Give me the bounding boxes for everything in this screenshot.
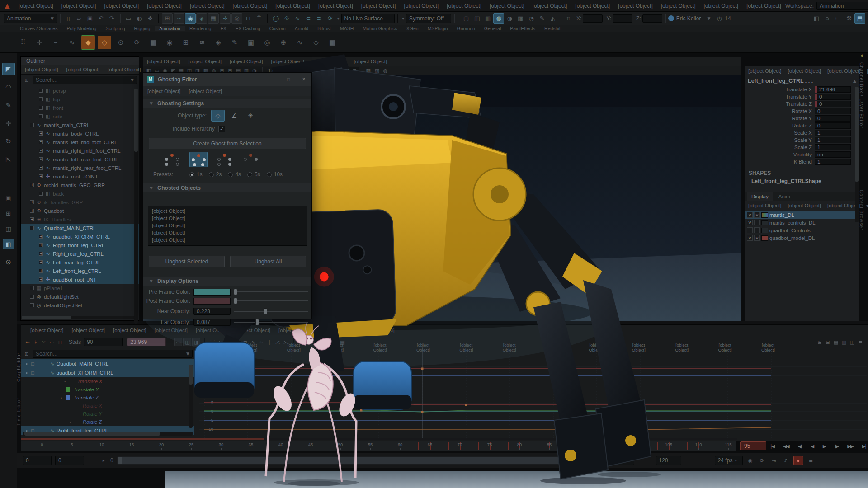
outliner-tree-row[interactable]: + ∿ quadbot_XFORM_CTRL <box>21 232 139 241</box>
shelf-ghost-icon[interactable]: ◇ <box>309 36 323 49</box>
outliner-menu-item[interactable]: [object Object] <box>21 67 62 72</box>
display-layer-row[interactable]: V mantis_controls_DL <box>745 219 859 226</box>
zoom-tool-icon[interactable]: ⊙ <box>3 256 14 268</box>
snap-point-icon[interactable]: ◉ <box>185 13 196 24</box>
texture-view-icon[interactable]: ▩ <box>515 13 526 24</box>
layout-four-pane-icon[interactable]: ⊞ <box>3 208 14 218</box>
tool-settings-icon[interactable]: ⚒ <box>844 13 854 24</box>
expand-toggle-icon[interactable]: + <box>39 131 43 136</box>
range-slider-bar[interactable]: 120 <box>117 456 605 465</box>
layer-visibility-toggle[interactable]: V <box>747 235 753 241</box>
display-options-header[interactable]: ▼ Display Options <box>143 277 311 286</box>
timeline-playhead[interactable] <box>606 441 613 451</box>
expand-toggle-icon[interactable]: + <box>39 269 43 273</box>
shelf-tab[interactable]: Sculpting <box>101 26 129 31</box>
lattice-deform-keys-icon[interactable]: ⁙ <box>40 338 48 346</box>
expand-toggle-icon[interactable]: • <box>39 149 43 153</box>
outliner-tree-row[interactable]: + ∿ Left_front_leg_CTRL <box>21 267 139 275</box>
unghost-selected-button[interactable]: Unghost Selected <box>149 256 225 267</box>
viewport-menu-item[interactable]: [object Object] <box>350 59 392 64</box>
y-input[interactable] <box>613 14 632 23</box>
go-to-start-button[interactable]: |◀ <box>770 444 774 449</box>
outliner-tree-row[interactable]: • ∿ mantis_left_rear_foot_CTRL <box>21 155 139 164</box>
graph-editor-menu-item[interactable]: [object Object] <box>274 328 316 333</box>
expand-toggle-icon[interactable] <box>30 286 34 290</box>
viewport-menu-item[interactable]: [object Object] <box>226 59 267 64</box>
outliner-menu-item[interactable]: [object Object] <box>104 67 145 72</box>
ge-stack-icon[interactable]: ▤ <box>832 338 840 346</box>
menubar-item[interactable]: [object Object] <box>229 3 272 9</box>
character-set-icon[interactable]: ◉ <box>746 456 755 465</box>
menubar-item[interactable]: [object Object] <box>528 3 571 9</box>
outliner-tree-row[interactable]: + ✛ mantis_root_JOINT <box>21 172 139 181</box>
range-toggle-icon[interactable]: ▸ <box>100 457 107 464</box>
outliner-title[interactable]: Outliner <box>21 57 139 65</box>
channel-value-field[interactable]: 21.696 <box>815 86 851 93</box>
ghost-preset-both-icon[interactable] <box>189 152 208 167</box>
range-handle-right[interactable] <box>600 457 605 464</box>
ge-clip-icon[interactable]: ◫ <box>848 338 856 346</box>
shelf-tab[interactable]: Bifrost <box>313 26 335 31</box>
content-browser-side-tab[interactable]: Content Browser <box>859 190 864 262</box>
undo-icon[interactable]: ↶ <box>95 13 106 24</box>
shelf-grid-icon[interactable]: ⠿ <box>16 36 30 49</box>
layer-playback-toggle[interactable]: P <box>754 235 760 241</box>
graph-editor-menu-item[interactable]: [object Object] <box>192 328 233 333</box>
expand-toggle-icon[interactable] <box>39 114 43 118</box>
ghosted-objects-list[interactable]: [object Object][object Object][object Ob… <box>148 206 307 246</box>
graph-tree-row[interactable]: ▪ Translate X <box>21 377 194 385</box>
channel-row[interactable]: IK Blend 1 <box>745 158 859 165</box>
layer-visibility-toggle[interactable] <box>747 227 753 233</box>
chevron-down-icon[interactable]: ▼ <box>707 16 710 21</box>
attribute-editor-icon[interactable]: ≔ <box>833 13 844 24</box>
outliner-tree-row[interactable]: − ∿ Quadbot_MAIN_CTRL <box>21 224 139 232</box>
anim-start-field[interactable]: 0 <box>55 456 84 465</box>
step-back-key-button[interactable]: ◀◀ <box>783 444 789 449</box>
rig-icon[interactable]: ⍑ <box>254 13 264 24</box>
mute-pin-icon[interactable]: ▪ <box>63 380 67 384</box>
menubar-item[interactable]: [object Object] <box>57 3 100 9</box>
channel-row[interactable]: Scale X 1 <box>745 129 859 136</box>
shelf-tab[interactable]: MSPlugin <box>423 26 453 31</box>
shelf-rotate-icon[interactable]: ⟳ <box>130 36 144 49</box>
graph-tree-row[interactable]: Translate Y <box>21 385 194 394</box>
menubar-item[interactable]: [object Object] <box>486 3 528 9</box>
outliner-tree-row[interactable]: • ∿ mantis_right_rear_foot_CTRL <box>21 164 139 172</box>
rotate-tool-icon[interactable]: ↻ <box>2 135 15 148</box>
outliner-tree-row[interactable]: + ∿ Left_rear_leg_CTRL <box>21 258 139 267</box>
outliner-tree-row[interactable]: • ∿ mantis_left_mid_foot_CTRL <box>21 138 139 146</box>
channel-box-side-tab[interactable]: Channel Box / Layer Editor <box>859 62 864 180</box>
channel-box-object-name[interactable]: Left_front_leg_CTRL . . . <box>748 78 813 84</box>
paint-select-tool-icon[interactable]: ✎ <box>2 99 15 112</box>
outliner-tree-row[interactable]: ◧ back <box>21 189 139 198</box>
channel-value-field[interactable]: 1 <box>815 144 851 150</box>
shelf-tab[interactable]: Arnold <box>290 26 313 31</box>
render-current-icon[interactable]: ◫ <box>472 13 482 24</box>
scale-tool-icon[interactable]: ⇱ <box>2 153 15 166</box>
expand-toggle-icon[interactable]: + <box>39 252 43 256</box>
layer-color-swatch[interactable] <box>761 228 768 233</box>
shape-name[interactable]: Left_front_leg_CTRLShape <box>745 176 859 184</box>
minimize-button[interactable]: — <box>265 75 281 84</box>
channel-row[interactable]: Translate Z 0 <box>745 100 859 108</box>
shelf-mesh-icon[interactable]: ▦ <box>326 36 339 49</box>
layer-visibility-toggle[interactable]: V <box>747 220 753 225</box>
shelf-keyframe-icon[interactable]: ◆ <box>81 36 95 49</box>
snap-plane-icon[interactable]: ◈ <box>196 13 207 24</box>
shelf-tab[interactable]: Motion Graphics <box>358 26 401 31</box>
ge-tree-vscrollbar[interactable] <box>189 365 193 428</box>
outliner-tree-row[interactable]: + ⊕ IK_Handles <box>21 215 139 224</box>
start-time-field[interactable]: 0 <box>23 456 52 465</box>
display-layer-row[interactable]: V P quadbot_model_DL <box>745 234 859 242</box>
channel-box-menu-item[interactable]: [object Object] <box>824 68 864 74</box>
z-input[interactable] <box>642 14 662 23</box>
menubar-item[interactable]: [object Object] <box>742 3 785 9</box>
post-frame-color-swatch[interactable] <box>193 298 231 305</box>
menubar-item[interactable]: [object Object] <box>400 3 443 9</box>
include-hierarchy-checkbox[interactable]: ✓ <box>218 126 225 132</box>
expand-toggle-icon[interactable]: + <box>30 183 34 187</box>
ge-snap-icon[interactable]: ⊟ <box>824 338 832 346</box>
shelf-plus-icon[interactable]: ⊞ <box>179 36 193 49</box>
curve-link-icon[interactable]: ⊂ <box>303 13 314 24</box>
graph-tree-row[interactable]: Rotate X <box>21 402 194 410</box>
